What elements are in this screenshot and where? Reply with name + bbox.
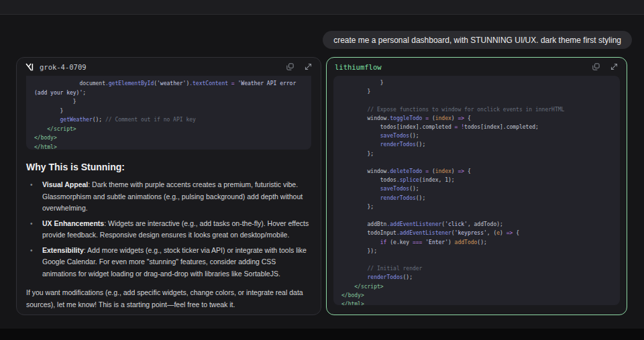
answer-bullet-visual-appeal: •Visual Appeal: Dark theme with purple a… (26, 179, 311, 215)
bullet-label: UX Enhancements (42, 219, 104, 227)
left-panel-actions (286, 62, 313, 71)
answer-bullet-ux-enhancements: •UX Enhancements: Widgets are interactiv… (26, 218, 311, 241)
bullet-dot: • (30, 179, 33, 191)
xai-logo-icon (25, 62, 34, 72)
bullet-dot: • (30, 218, 33, 230)
left-response-panel: grok-4-0709 document.getElementById('wea… (16, 57, 321, 315)
answer-bullet-extensibility: •Extensibility: Add more widgets (e.g., … (26, 245, 311, 280)
right-model-name: lithiumflow (335, 63, 382, 71)
right-code-block: } } // Expose functions to window for on… (333, 76, 620, 305)
right-model-identity: lithiumflow (335, 63, 382, 71)
bottom-bar (0, 329, 644, 340)
answer-heading: Why This is Stunning: (26, 162, 311, 173)
copy-button[interactable] (286, 62, 294, 71)
right-panel-actions (592, 62, 619, 71)
user-prompt-bubble: create me a personal dashboard, with STU… (323, 31, 632, 49)
answer-closing: If you want modifications (e.g., add spe… (26, 287, 311, 310)
bullet-dot: • (30, 245, 33, 257)
expand-button[interactable] (304, 62, 313, 71)
top-bar (0, 0, 644, 15)
bullet-label: Extensibility (42, 246, 84, 254)
left-answer-text: Why This is Stunning: •Visual Appeal: Da… (17, 150, 321, 310)
left-model-name: grok-4-0709 (40, 63, 87, 71)
copy-button[interactable] (592, 62, 600, 71)
left-code-block: document.getElementById('weather').textC… (26, 76, 311, 150)
bullet-label: Visual Appeal (42, 180, 88, 188)
right-response-panel: lithiumflow } } // Expose functio (326, 57, 627, 315)
left-panel-header: grok-4-0709 (17, 58, 321, 76)
right-panel-header: lithiumflow (327, 58, 627, 76)
answer-bullet-list: •Visual Appeal: Dark theme with purple a… (26, 179, 311, 280)
expand-button[interactable] (610, 62, 619, 71)
user-prompt-text: create me a personal dashboard, with STU… (333, 36, 621, 45)
left-model-identity: grok-4-0709 (25, 62, 87, 72)
